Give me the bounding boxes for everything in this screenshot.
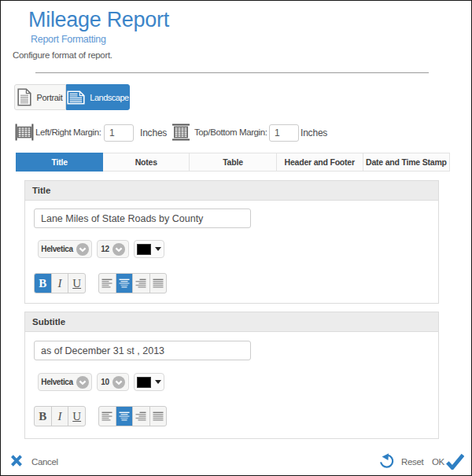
subtitle-font-row: Helvetica 10 [25, 373, 438, 391]
chevron-down-circle-icon [112, 243, 125, 256]
landscape-page-icon [67, 90, 85, 105]
ok-button[interactable]: OK [432, 457, 444, 467]
chevron-down-circle-icon [76, 376, 89, 389]
title-align-justify-button[interactable] [149, 274, 167, 293]
underline-icon: U [72, 411, 81, 422]
page-subtitle: Report Formatting [31, 34, 106, 45]
reset-icon[interactable] [378, 452, 395, 469]
italic-icon: I [58, 411, 62, 422]
title-align-center-button[interactable] [116, 274, 133, 293]
title-text-input[interactable] [34, 208, 251, 228]
italic-icon: I [58, 278, 62, 290]
tab-notes[interactable]: Notes [102, 153, 190, 172]
subtitle-bold-button[interactable]: B [35, 407, 51, 426]
chevron-down-circle-icon [112, 376, 125, 389]
title-font-family-dropdown[interactable]: Helvetica [38, 240, 92, 258]
title-italic-button[interactable]: I [51, 274, 68, 293]
chevron-down-circle-icon [76, 243, 89, 256]
reset-button[interactable]: Reset [401, 457, 423, 467]
title-font-size-value: 12 [101, 245, 109, 253]
subtitle-align-right-button[interactable] [132, 407, 149, 426]
tab-table[interactable]: Table [189, 153, 276, 172]
subtitle-section-header-label: Subtitle [32, 317, 65, 327]
subtitle-font-color-dropdown[interactable] [134, 373, 164, 391]
bold-icon: B [39, 411, 46, 422]
title-font-color-dropdown[interactable] [134, 240, 164, 258]
title-style-group: B I U [34, 273, 86, 293]
subtitle-section-header: Subtitle [25, 312, 438, 332]
ok-check-icon[interactable] [446, 453, 464, 470]
subtitle-align-center-button[interactable] [116, 407, 133, 426]
title-format-row: B I U [25, 273, 438, 293]
top-bottom-margin-input[interactable] [269, 124, 299, 142]
left-right-margin-label: Left/Right Margin: [35, 127, 101, 137]
subtitle-underline-button[interactable]: U [68, 407, 85, 426]
title-section-header-label: Title [32, 186, 50, 195]
subtitle-text-input[interactable] [34, 341, 251, 360]
cancel-x-icon[interactable] [11, 455, 22, 467]
top-bottom-margin-label: Top/Bottom Margin: [194, 127, 267, 137]
align-left-icon [101, 411, 112, 421]
title-align-group [98, 273, 167, 293]
landscape-label: Landscape [90, 93, 128, 102]
title-align-right-button[interactable] [132, 274, 149, 293]
title-font-family-value: Helvetica [41, 245, 72, 253]
title-font-row: Helvetica 12 [25, 240, 438, 258]
subtitle-font-size-dropdown[interactable]: 10 [97, 373, 129, 391]
tab-date-and-time-stamp[interactable]: Date and Time Stamp [363, 153, 450, 172]
align-justify-icon [153, 279, 164, 288]
subtitle-font-family-dropdown[interactable]: Helvetica [38, 373, 92, 391]
subtitle-color-swatch [137, 377, 151, 388]
title-color-swatch [137, 244, 151, 255]
page-title: Mileage Report [28, 8, 169, 32]
tab-header-and-footer[interactable]: Header and Footer [276, 153, 363, 172]
align-center-icon [119, 411, 130, 421]
caret-down-icon [155, 247, 161, 251]
left-right-margin-input[interactable] [104, 124, 134, 142]
align-right-icon [135, 411, 146, 421]
subtitle-align-left-button[interactable] [99, 407, 116, 426]
title-section-panel: Title Helvetica 12 [24, 180, 439, 304]
caret-down-icon [155, 380, 161, 384]
align-right-icon [135, 279, 146, 288]
align-justify-icon [153, 411, 164, 421]
left-right-margin-icon [15, 124, 34, 141]
title-font-size-dropdown[interactable]: 12 [97, 240, 129, 258]
title-section-header: Title [25, 181, 438, 201]
divider [35, 72, 429, 73]
align-left-icon [101, 279, 112, 288]
subtitle-italic-button[interactable]: I [51, 407, 68, 426]
left-right-margin-unit: Inches [140, 127, 167, 138]
title-underline-button[interactable]: U [68, 274, 85, 293]
report-formatting-dialog: Mileage Report Report Formatting Configu… [0, 0, 472, 476]
top-bottom-margin-icon [171, 124, 190, 141]
subtitle-align-justify-button[interactable] [149, 407, 167, 426]
tab-title[interactable]: Title [16, 153, 103, 172]
title-bold-button[interactable]: B [35, 274, 51, 293]
subtitle-style-group: B I U [34, 406, 86, 426]
subtitle-font-size-value: 10 [101, 378, 109, 386]
portrait-label: Portrait [36, 93, 62, 102]
format-tabs: Title Notes Table Header and Footer Date… [16, 153, 450, 172]
orientation-toggle: Portrait Landscape [14, 84, 130, 110]
page-description: Configure format of report. [13, 50, 112, 60]
align-center-icon [119, 279, 130, 288]
top-bottom-margin-unit: Inches [301, 127, 327, 138]
subtitle-format-row: B I U [25, 406, 438, 426]
title-align-left-button[interactable] [99, 274, 116, 293]
underline-icon: U [72, 278, 81, 290]
margins-row: Left/Right Margin: Inches Top/Bottom Mar… [0, 120, 472, 145]
portrait-button[interactable]: Portrait [14, 84, 66, 110]
subtitle-font-family-value: Helvetica [41, 378, 72, 386]
portrait-page-icon [17, 88, 31, 106]
landscape-button[interactable]: Landscape [66, 84, 130, 110]
subtitle-align-group [98, 406, 167, 426]
bold-icon: B [39, 278, 46, 290]
subtitle-section-panel: Subtitle Helvetica 10 [24, 312, 439, 439]
cancel-button[interactable]: Cancel [31, 457, 58, 467]
